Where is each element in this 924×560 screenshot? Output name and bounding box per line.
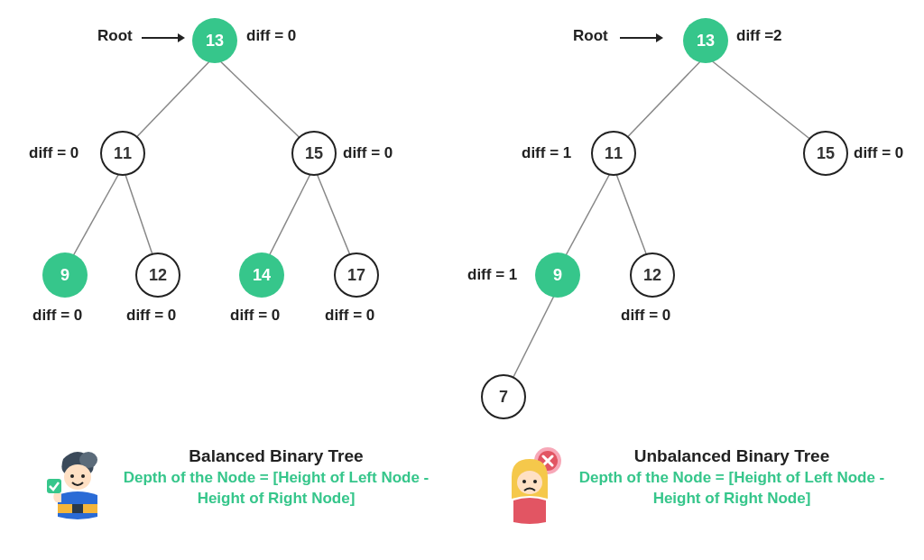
boy-thumbs-up-icon: [45, 446, 110, 528]
svg-marker-14: [656, 33, 663, 42]
diff-right-13: diff =2: [736, 27, 782, 45]
svg-point-18: [81, 474, 85, 478]
node-left-9: 9: [42, 252, 88, 298]
node-left-13: 13: [192, 18, 237, 63]
svg-point-25: [522, 480, 526, 483]
caption-sub-right: Depth of the Node = [Height of Left Node…: [578, 468, 885, 510]
svg-point-26: [533, 480, 537, 483]
node-right-13: 13: [683, 18, 728, 63]
diff-left-11: diff = 0: [29, 144, 79, 162]
diff-left-15: diff = 0: [343, 144, 393, 162]
svg-point-17: [70, 474, 74, 478]
caption-left: Balanced Binary Tree Depth of the Node =…: [45, 446, 430, 528]
diff-right-12: diff = 0: [621, 307, 670, 325]
diff-left-12: diff = 0: [126, 307, 176, 325]
diff-right-11: diff = 1: [522, 144, 571, 162]
node-right-15: 15: [803, 131, 848, 176]
diff-left-14: diff = 0: [230, 307, 280, 325]
caption-sub-left: Depth of the Node = [Height of Left Node…: [123, 468, 430, 510]
svg-line-9: [706, 56, 826, 151]
diff-right-15: diff = 0: [854, 144, 903, 162]
node-right-9: 9: [535, 252, 580, 298]
node-left-15: 15: [291, 131, 337, 176]
node-left-11: 11: [100, 131, 145, 176]
node-left-12: 12: [135, 252, 180, 298]
node-left-14: 14: [239, 252, 284, 298]
diff-right-9: diff = 1: [467, 266, 517, 284]
root-label-left: Root: [97, 27, 133, 45]
diff-left-9: diff = 0: [32, 307, 82, 325]
svg-point-24: [517, 471, 542, 494]
svg-marker-7: [178, 33, 185, 42]
svg-rect-21: [47, 479, 61, 493]
node-right-11: 11: [591, 131, 636, 176]
diff-left-13: diff = 0: [246, 27, 296, 45]
node-left-17: 17: [334, 252, 379, 298]
root-label-right: Root: [573, 27, 608, 45]
node-right-12: 12: [630, 252, 675, 298]
node-right-7: 7: [481, 374, 526, 419]
svg-rect-20: [72, 504, 83, 513]
diff-left-17: diff = 0: [325, 307, 374, 325]
